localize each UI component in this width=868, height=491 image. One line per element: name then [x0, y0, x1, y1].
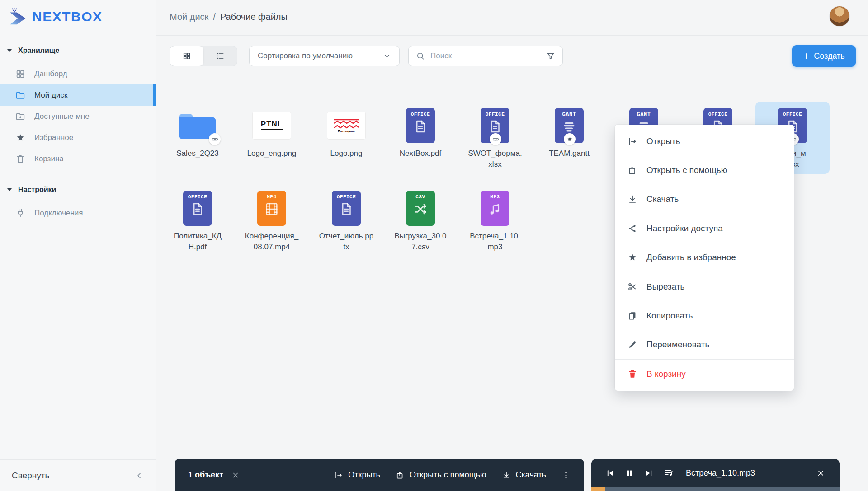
close-icon	[231, 471, 240, 479]
app-logo[interactable]: NEXTBOX	[9, 7, 103, 27]
search-input[interactable]	[430, 51, 541, 61]
file-tile-folder[interactable]: Sales_2Q23	[160, 102, 235, 159]
open-icon	[334, 471, 343, 480]
bar-open-with-button[interactable]: Открыть с помощью	[396, 470, 486, 480]
file-tile-image[interactable]: PTNL Logo_eng.png	[235, 102, 309, 159]
previous-track-button[interactable]	[606, 469, 614, 477]
logo-text: NEXTBOX	[32, 9, 103, 24]
gantt-bars-icon	[561, 120, 577, 135]
menu-item-cut[interactable]: Вырезать	[615, 272, 794, 301]
player-track-title: Встреча_1.10.mp3	[686, 468, 806, 478]
open-with-icon	[627, 165, 637, 175]
dots-vertical-icon	[561, 471, 571, 480]
pause-button[interactable]	[625, 469, 634, 477]
document-icon	[413, 119, 428, 134]
sidebar-item-connections[interactable]: Подключения	[0, 202, 156, 224]
sort-dropdown[interactable]: Сортировка по умолчанию	[249, 46, 400, 66]
open-icon	[627, 136, 637, 146]
seek-progress	[591, 487, 605, 491]
menu-item-add-favorite[interactable]: Добавить в избранное	[615, 243, 794, 272]
link-badge	[209, 133, 221, 145]
copy-icon	[627, 311, 637, 321]
file-tile-office[interactable]: OFFICE SWOT_форма. xlsx	[458, 102, 532, 170]
section-settings[interactable]: Настройки	[0, 181, 156, 199]
section-storage[interactable]: Хранилище	[0, 42, 156, 60]
filter-icon[interactable]	[546, 51, 555, 61]
file-name: NextBox.pdf	[400, 148, 442, 159]
plus-icon: +	[803, 51, 809, 61]
mp3-file-icon: MP3	[481, 191, 509, 226]
scissors-icon	[627, 282, 637, 292]
folder-star-icon	[15, 112, 25, 122]
file-name: Logo_eng.png	[247, 148, 297, 159]
sidebar-item-my-disk[interactable]: Мой диск	[0, 84, 156, 106]
file-tile-gantt[interactable]: GANT TEAM.gantt	[532, 102, 606, 159]
list-view-icon	[216, 51, 225, 61]
folder-icon	[15, 90, 25, 100]
file-name: Конференция_ 08.07.mp4	[245, 231, 298, 253]
menu-item-open[interactable]: Открыть	[615, 127, 794, 156]
menu-item-rename[interactable]: Переименовать	[615, 330, 794, 359]
file-tile-video[interactable]: MP4 Конференция_ 08.07.mp4	[235, 184, 309, 253]
menu-item-copy[interactable]: Копировать	[615, 301, 794, 330]
close-player-button[interactable]	[816, 469, 825, 477]
seek-bar[interactable]	[591, 487, 840, 491]
breadcrumb-current: Рабочие файлы	[220, 12, 288, 22]
download-icon	[627, 194, 637, 204]
file-tile-office[interactable]: OFFICE Отчет_июль.pp tx	[309, 184, 383, 253]
triangle-down-icon	[7, 49, 12, 52]
file-tile-csv[interactable]: CSV Выгрузка_30.0 7.csv	[383, 184, 458, 253]
image-thumbnail: PTNL	[253, 112, 291, 139]
music-note-icon	[487, 201, 503, 217]
menu-item-to-trash[interactable]: В корзину	[615, 360, 794, 388]
trash-icon	[15, 154, 25, 164]
star-icon	[566, 136, 573, 143]
mp4-file-icon: MP4	[257, 191, 286, 226]
red-underline	[262, 131, 282, 131]
file-tile-image[interactable]: Потенциал Logo.png	[309, 102, 383, 159]
document-icon	[487, 119, 503, 134]
user-avatar[interactable]	[829, 6, 850, 27]
menu-item-access-settings[interactable]: Настройки доступа	[615, 214, 794, 243]
file-name: Отчет_июль.pp tx	[319, 231, 373, 253]
document-icon	[339, 201, 354, 217]
plug-icon	[15, 208, 25, 218]
audio-player: Встреча_1.10.mp3	[591, 459, 840, 491]
grid-view-button[interactable]	[170, 46, 203, 66]
context-menu: Открыть Открыть с помощью Скачать Настро…	[615, 125, 794, 391]
triangle-down-icon	[7, 188, 12, 191]
trash-icon	[627, 369, 637, 379]
film-icon	[264, 201, 279, 217]
list-view-button[interactable]	[203, 46, 237, 66]
file-tile-audio[interactable]: MP3 Встреча_1.10. mp3	[458, 184, 532, 253]
next-track-button[interactable]	[645, 469, 653, 477]
file-name: Logo.png	[330, 148, 363, 159]
menu-item-open-with[interactable]: Открыть с помощью	[615, 156, 794, 185]
search-box	[408, 46, 563, 66]
file-tile-office[interactable]: OFFICE NextBox.pdf	[383, 102, 458, 159]
view-toggle	[170, 46, 237, 66]
toolbar-divider	[170, 83, 856, 83]
sidebar-item-shared[interactable]: Доступные мне	[0, 106, 156, 127]
sidebar-item-dashboard[interactable]: Дашборд	[0, 63, 156, 84]
more-actions-button[interactable]	[561, 471, 571, 480]
menu-item-download[interactable]: Скачать	[615, 185, 794, 214]
create-button[interactable]: + Создать	[792, 45, 856, 67]
file-tile-office[interactable]: OFFICE Политика_КД Н.pdf	[160, 184, 235, 253]
bar-download-button[interactable]: Скачать	[502, 470, 547, 480]
sidebar-item-trash[interactable]: Корзина	[0, 148, 156, 169]
sidebar-item-favorites[interactable]: Избранное	[0, 127, 156, 148]
logo-arrow-icon	[9, 7, 28, 27]
clear-selection-button[interactable]	[231, 471, 240, 479]
office-file-icon: OFFICE	[406, 108, 435, 143]
file-name: Политика_КД Н.pdf	[174, 231, 222, 253]
file-name: Sales_2Q23	[176, 148, 219, 159]
collapse-sidebar-button[interactable]: Свернуть	[0, 459, 156, 491]
breadcrumb-parent[interactable]: Мой диск	[170, 12, 208, 22]
open-with-icon	[396, 471, 405, 480]
dashboard-icon	[15, 69, 25, 79]
bar-open-button[interactable]: Открыть	[334, 470, 380, 480]
pencil-icon	[627, 340, 637, 350]
playlist-icon[interactable]	[664, 468, 674, 478]
breadcrumb: Мой диск / Рабочие файлы	[170, 12, 288, 22]
